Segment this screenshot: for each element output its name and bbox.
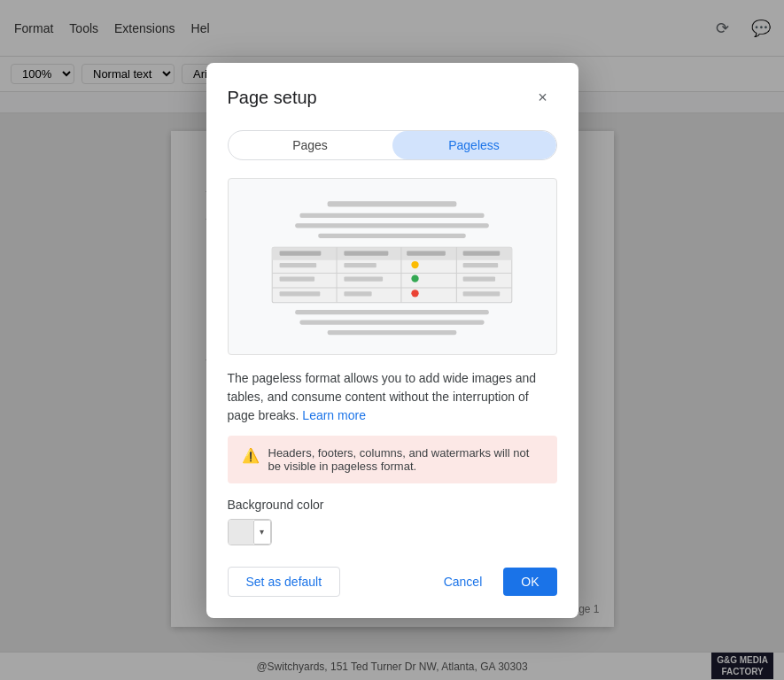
color-dropdown-button[interactable]: ▾ <box>253 520 271 545</box>
page-setup-modal: Page setup × Pages Pageless <box>206 63 578 618</box>
preview-svg <box>245 187 539 344</box>
svg-rect-15 <box>280 263 317 267</box>
color-swatch <box>229 520 253 545</box>
background-color-label: Background color <box>228 498 557 512</box>
warning-box: ⚠️ Headers, footers, columns, and waterm… <box>228 436 557 483</box>
svg-rect-26 <box>463 292 501 297</box>
svg-rect-1 <box>299 213 484 218</box>
modal-close-button[interactable]: × <box>529 84 557 112</box>
tab-pageless[interactable]: Pageless <box>392 131 556 159</box>
learn-more-link[interactable]: Learn more <box>302 408 366 422</box>
cancel-button[interactable]: Cancel <box>430 568 497 596</box>
tab-bar: Pages Pageless <box>228 130 557 160</box>
set-as-default-button[interactable]: Set as default <box>228 567 341 597</box>
svg-rect-20 <box>344 277 383 282</box>
svg-rect-29 <box>328 330 457 335</box>
svg-rect-14 <box>463 251 501 256</box>
svg-rect-28 <box>299 321 484 325</box>
svg-rect-3 <box>318 234 466 238</box>
warning-text: Headers, footers, columns, and watermark… <box>268 446 543 473</box>
svg-rect-23 <box>280 292 321 297</box>
modal-title: Page setup <box>228 88 317 108</box>
svg-rect-24 <box>344 292 371 297</box>
svg-rect-19 <box>280 277 315 282</box>
color-swatch-container[interactable]: ▾ <box>228 519 272 545</box>
modal-header: Page setup × <box>228 84 557 112</box>
svg-rect-18 <box>463 263 499 267</box>
warning-icon: ⚠️ <box>242 447 260 464</box>
ok-button[interactable]: OK <box>503 568 556 596</box>
svg-rect-27 <box>295 310 489 314</box>
svg-rect-22 <box>463 277 495 282</box>
svg-rect-11 <box>280 251 322 256</box>
svg-rect-0 <box>328 202 457 207</box>
svg-rect-2 <box>295 224 489 228</box>
tab-pages[interactable]: Pages <box>229 131 392 159</box>
svg-rect-16 <box>344 263 376 267</box>
svg-rect-12 <box>344 251 388 256</box>
svg-point-21 <box>411 275 418 282</box>
svg-point-25 <box>411 290 418 298</box>
color-picker-row: ▾ <box>228 519 557 545</box>
preview-area <box>228 178 557 355</box>
svg-point-17 <box>411 261 418 268</box>
modal-overlay: Page setup × Pages Pageless <box>0 0 784 680</box>
modal-description: The pageless format allows you to add wi… <box>228 369 557 425</box>
svg-rect-13 <box>407 251 446 256</box>
modal-footer: Set as default Cancel OK <box>228 567 557 597</box>
